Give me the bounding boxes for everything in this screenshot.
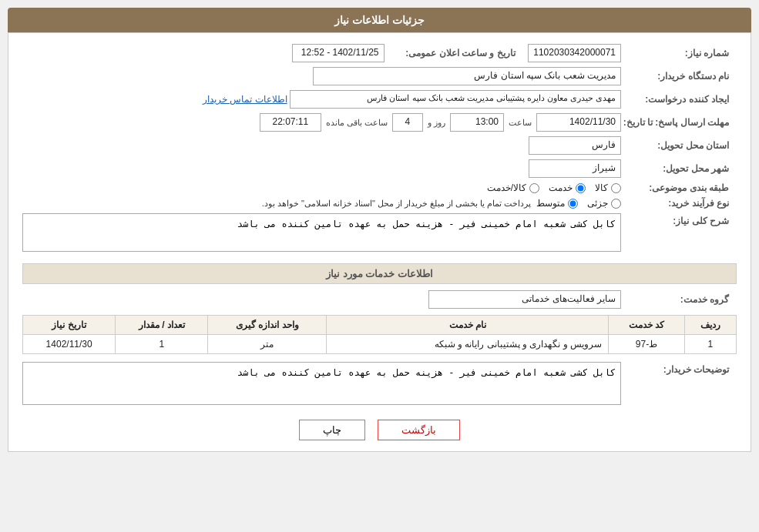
cell-code: ط-97 bbox=[609, 335, 685, 354]
cell-row: 1 bbox=[684, 335, 736, 354]
category-kala-label: کالا bbox=[595, 182, 608, 193]
announcement-value: 1402/11/25 - 12:52 bbox=[292, 44, 385, 62]
need-description-container: کابل کشی شعبه امام خمینی فیر - هزینه حمل… bbox=[22, 213, 621, 254]
cell-date: 1402/11/30 bbox=[23, 335, 116, 354]
col-row: ردیف bbox=[684, 316, 736, 335]
category-kala-radio[interactable] bbox=[611, 183, 621, 193]
purchase-type-jozi[interactable]: جزئی bbox=[587, 198, 621, 209]
province-label: استان محل تحویل: bbox=[621, 140, 737, 151]
reply-days-label: روز و bbox=[428, 118, 445, 128]
purchase-type-jozi-radio[interactable] bbox=[611, 199, 621, 209]
category-kala[interactable]: کالا bbox=[595, 182, 621, 193]
reply-date-value: 1402/11/30 bbox=[536, 113, 621, 132]
cell-name: سرویس و نگهداری و پشتیبانی رایانه و شبکه bbox=[327, 335, 609, 354]
buyer-description-label: توضیحات خریدار: bbox=[621, 362, 737, 375]
col-unit: واحد اندازه گیری bbox=[208, 316, 327, 335]
table-header-row: ردیف کد خدمت نام خدمت واحد اندازه گیری ت… bbox=[23, 316, 737, 335]
date-row: 1402/11/30 ساعت 13:00 روز و 4 ساعت باقی … bbox=[260, 113, 621, 132]
buttons-row: بازگشت چاپ bbox=[22, 420, 737, 440]
remaining-value: 22:07:11 bbox=[260, 113, 321, 132]
need-description-label: شرح کلی نیاز: bbox=[621, 213, 737, 226]
services-section-title: اطلاعات خدمات مورد نیاز bbox=[22, 263, 737, 284]
cell-unit: متر bbox=[208, 335, 327, 354]
need-number-row: شماره نیاز: 1102030342000071 تاریخ و ساع… bbox=[22, 44, 737, 62]
purchase-type-label: نوع فرآیند خرید: bbox=[621, 198, 737, 209]
service-group-row: گروه خدمت: سایر فعالیت‌های خدماتی bbox=[22, 290, 737, 309]
category-khedmat[interactable]: خدمت bbox=[549, 182, 586, 193]
purchase-type-radio-group: جزئی متوسط bbox=[536, 198, 621, 209]
contact-link[interactable]: اطلاعات تماس خریدار bbox=[203, 94, 287, 105]
city-value: شیراز bbox=[529, 159, 621, 178]
creator-value: مهدی حیدری معاون دایره پشتیبانی مدیریت ش… bbox=[290, 90, 621, 109]
category-khedmat-radio[interactable] bbox=[576, 183, 586, 193]
reply-days-value: 4 bbox=[392, 113, 423, 132]
province-row: استان محل تحویل: فارس bbox=[22, 136, 737, 155]
remaining-label: ساعت باقی مانده bbox=[326, 118, 388, 128]
category-kala-khedmat-radio[interactable] bbox=[529, 183, 539, 193]
buyer-name-row: نام دستگاه خریدار: مدیریت شعب بانک سپه ا… bbox=[22, 67, 737, 85]
category-radio-group: کالا خدمت کالا/خدمت bbox=[487, 182, 621, 193]
purchase-type-motavasset[interactable]: متوسط bbox=[536, 198, 578, 209]
city-label: شهر محل تحویل: bbox=[621, 163, 737, 174]
reply-time-label: ساعت bbox=[509, 118, 532, 128]
page-wrapper: جزئیات اطلاعات نیاز شماره نیاز: 11020303… bbox=[0, 0, 759, 532]
purchase-type-jozi-label: جزئی bbox=[587, 198, 608, 209]
back-button[interactable]: بازگشت bbox=[378, 420, 460, 440]
category-row: طبقه بندی موضوعی: کالا خدمت کالا/خدمت bbox=[22, 182, 737, 193]
buyer-description-textarea[interactable]: کابل کشی شعبه امام خمینی فیر - هزینه حمل… bbox=[22, 362, 621, 405]
category-khedmat-label: خدمت bbox=[549, 182, 573, 193]
buyer-name-value: مدیریت شعب بانک سپه استان فارس bbox=[313, 67, 621, 85]
service-table-body: 1 ط-97 سرویس و نگهداری و پشتیبانی رایانه… bbox=[23, 335, 737, 354]
purchase-type-row: نوع فرآیند خرید: جزئی متوسط پرداخت تمام … bbox=[22, 198, 737, 209]
need-description-textarea[interactable]: کابل کشی شعبه امام خمینی فیر - هزینه حمل… bbox=[22, 213, 621, 252]
reply-deadline-row: مهلت ارسال پاسخ: تا تاریخ: 1402/11/30 سا… bbox=[22, 113, 737, 132]
reply-deadline-label: مهلت ارسال پاسخ: تا تاریخ: bbox=[621, 117, 737, 128]
announcement-label: تاریخ و ساعت اعلان عمومی: bbox=[385, 48, 523, 59]
buyer-description-row: توضیحات خریدار: کابل کشی شعبه امام خمینی… bbox=[22, 362, 737, 407]
buyer-name-label: نام دستگاه خریدار: bbox=[621, 71, 737, 82]
table-row: 1 ط-97 سرویس و نگهداری و پشتیبانی رایانه… bbox=[23, 335, 737, 354]
creator-label: ایجاد کننده درخواست: bbox=[621, 94, 737, 105]
category-kala-khedmat-label: کالا/خدمت bbox=[487, 182, 526, 193]
city-row: شهر محل تحویل: شیراز bbox=[22, 159, 737, 178]
col-date: تاریخ نیاز bbox=[23, 316, 116, 335]
purchase-type-motavasset-label: متوسط bbox=[536, 198, 565, 209]
purchase-type-note: پرداخت تمام یا بخشی از مبلغ خریدار از مح… bbox=[262, 199, 532, 209]
page-header: جزئیات اطلاعات نیاز bbox=[8, 8, 751, 32]
category-kala-khedmat[interactable]: کالا/خدمت bbox=[487, 182, 539, 193]
service-group-label: گروه خدمت: bbox=[621, 294, 737, 305]
col-name: نام خدمت bbox=[327, 316, 609, 335]
col-qty: تعداد / مقدار bbox=[116, 316, 208, 335]
service-table-head: ردیف کد خدمت نام خدمت واحد اندازه گیری ت… bbox=[23, 316, 737, 335]
col-code: کد خدمت bbox=[609, 316, 685, 335]
cell-qty: 1 bbox=[116, 335, 208, 354]
creator-row: ایجاد کننده درخواست: مهدی حیدری معاون دا… bbox=[22, 90, 737, 109]
need-number-label: شماره نیاز: bbox=[621, 48, 737, 59]
print-button[interactable]: چاپ bbox=[299, 420, 365, 440]
purchase-type-motavasset-radio[interactable] bbox=[568, 199, 578, 209]
page-title: جزئیات اطلاعات نیاز bbox=[334, 14, 425, 26]
service-group-value: سایر فعالیت‌های خدماتی bbox=[428, 290, 621, 309]
need-number-value: 1102030342000071 bbox=[528, 44, 621, 62]
buyer-description-container: کابل کشی شعبه امام خمینی فیر - هزینه حمل… bbox=[22, 362, 621, 407]
need-description-row: شرح کلی نیاز: کابل کشی شعبه امام خمینی ف… bbox=[22, 213, 737, 254]
category-label: طبقه بندی موضوعی: bbox=[621, 182, 737, 193]
reply-time-value: 13:00 bbox=[450, 113, 504, 132]
province-value: فارس bbox=[529, 136, 621, 155]
main-card: شماره نیاز: 1102030342000071 تاریخ و ساع… bbox=[8, 32, 751, 452]
service-table: ردیف کد خدمت نام خدمت واحد اندازه گیری ت… bbox=[22, 315, 737, 354]
